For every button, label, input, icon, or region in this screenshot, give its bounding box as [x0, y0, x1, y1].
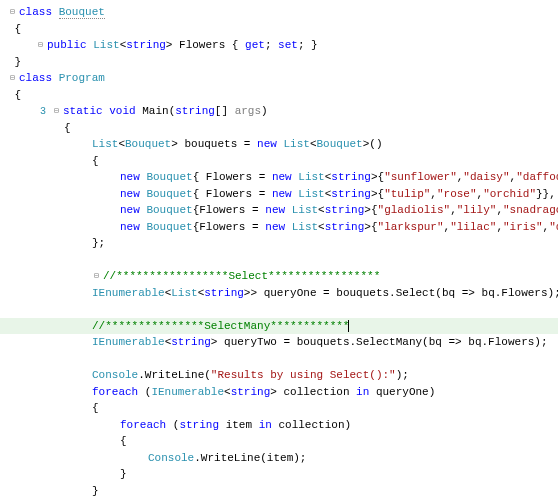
code-line[interactable]: } [0, 466, 558, 483]
code-editor[interactable]: ⊟class Bouquet { ⊟public List<string> Fl… [0, 4, 558, 500]
code-line[interactable]: { [0, 21, 558, 38]
code-line[interactable]: new Bouquet{ Flowers = new List<string>{… [0, 186, 558, 203]
code-line[interactable]: new Bouquet{Flowers = new List<string>{"… [0, 202, 558, 219]
code-line[interactable]: IEnumerable<string> queryTwo = bouquets.… [0, 334, 558, 351]
code-line[interactable] [0, 351, 558, 368]
code-line[interactable]: foreach (IEnumerable<string> collection … [0, 384, 558, 401]
code-line[interactable]: } [0, 483, 558, 500]
collapse-icon[interactable]: ⊟ [8, 74, 17, 83]
collapse-icon[interactable]: ⊟ [52, 107, 61, 116]
code-line[interactable]: ⊟class Program [0, 70, 558, 87]
code-line[interactable]: }; [0, 235, 558, 252]
code-line[interactable]: { [0, 87, 558, 104]
line-number: 3 [36, 104, 46, 119]
code-line[interactable]: ⊟public List<string> Flowers { get; set;… [0, 37, 558, 54]
code-line[interactable]: 3⊟static void Main(string[] args) [0, 103, 558, 120]
code-line[interactable]: Console.WriteLine("Results by using Sele… [0, 367, 558, 384]
code-line[interactable]: //***************SelectMany************ [0, 318, 558, 335]
code-line[interactable]: ⊟class Bouquet [0, 4, 558, 21]
collapse-icon[interactable]: ⊟ [92, 272, 101, 281]
collapse-icon[interactable]: ⊟ [36, 41, 45, 50]
code-line[interactable]: List<Bouquet> bouquets = new List<Bouque… [0, 136, 558, 153]
code-line[interactable]: } [0, 54, 558, 71]
code-line[interactable]: { [0, 400, 558, 417]
collapse-icon[interactable]: ⊟ [8, 8, 17, 17]
code-line[interactable]: foreach (string item in collection) [0, 417, 558, 434]
code-line[interactable]: new Bouquet{Flowers = new List<string>{"… [0, 219, 558, 236]
code-line[interactable]: { [0, 153, 558, 170]
code-line[interactable] [0, 252, 558, 269]
code-line[interactable]: { [0, 120, 558, 137]
code-line[interactable]: { [0, 433, 558, 450]
code-line[interactable]: new Bouquet{ Flowers = new List<string>{… [0, 169, 558, 186]
code-line[interactable] [0, 301, 558, 318]
code-line[interactable]: ⊟//*****************Select**************… [0, 268, 558, 285]
code-line[interactable]: IEnumerable<List<string>> queryOne = bou… [0, 285, 558, 302]
code-line[interactable]: Console.WriteLine(item); [0, 450, 558, 467]
